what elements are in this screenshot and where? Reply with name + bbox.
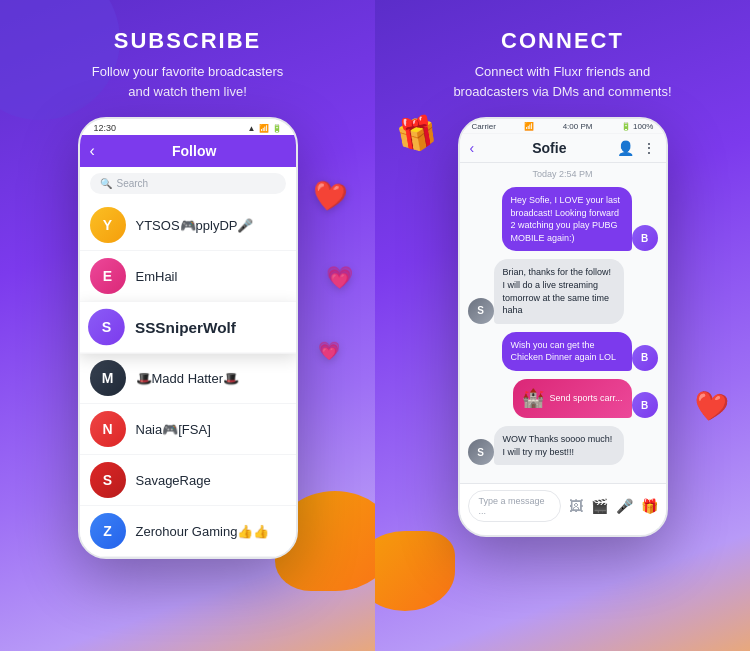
avatar: M bbox=[90, 360, 126, 396]
list-item[interactable]: E EmHail bbox=[80, 251, 296, 302]
chat-message-sent: B Wish you can get the Chicken Dinner ag… bbox=[468, 332, 658, 371]
avatar: N bbox=[90, 411, 126, 447]
connect-title: CONNECT bbox=[501, 28, 624, 54]
subscribe-subtitle: Follow your favorite broadcastersand wat… bbox=[62, 62, 313, 101]
list-item[interactable]: Y YTSOS🎮pplyDP🎤 bbox=[80, 200, 296, 251]
item-name: 🎩Madd Hatter🎩 bbox=[136, 371, 240, 386]
battery-status: 🔋 100% bbox=[621, 122, 654, 131]
search-placeholder: Search bbox=[117, 178, 149, 189]
avatar: S bbox=[90, 462, 126, 498]
item-name: Naia🎮[FSA] bbox=[136, 422, 211, 437]
sender-avatar: B bbox=[632, 392, 658, 418]
subscribe-title: SUBSCRIBE bbox=[114, 28, 262, 54]
video-icon[interactable]: 🎬 bbox=[591, 498, 608, 514]
input-action-icons: 🖼 🎬 🎤 🎁 bbox=[569, 498, 658, 514]
connect-panel: CONNECT Connect with Fluxr friends andbr… bbox=[375, 0, 750, 651]
item-name: EmHail bbox=[136, 269, 178, 284]
sender-avatar: B bbox=[632, 345, 658, 371]
rp-status-bar: Carrier 📶 4:00 PM 🔋 100% bbox=[460, 119, 666, 134]
header-action-icons: 👤 ⋮ bbox=[617, 140, 656, 156]
signal-icon: ▲ bbox=[248, 124, 256, 133]
carrier-label: Carrier bbox=[472, 122, 496, 131]
chat-date: Today 2:54 PM bbox=[468, 169, 658, 179]
chat-header: ‹ Sofie 👤 ⋮ bbox=[460, 134, 666, 163]
wifi-icon: 📶 bbox=[259, 124, 269, 133]
chat-bubble: Wish you can get the Chicken Dinner agai… bbox=[502, 332, 632, 371]
chat-area: Today 2:54 PM B Hey Sofie, I LOVE your l… bbox=[460, 163, 666, 483]
avatar: E bbox=[90, 258, 126, 294]
connect-subtitle: Connect with Fluxr friends andbroadcaste… bbox=[423, 62, 701, 101]
profile-icon[interactable]: 👤 bbox=[617, 140, 634, 156]
sender-avatar: B bbox=[632, 225, 658, 251]
chat-message-sticker: B 🏰 Send sports carr... bbox=[468, 379, 658, 418]
item-name: Zerohour Gaming👍👍 bbox=[136, 524, 270, 539]
rp-back-icon[interactable]: ‹ bbox=[470, 140, 475, 156]
item-name: SSSniperWolf bbox=[134, 318, 235, 335]
gift-send-icon[interactable]: 🎁 bbox=[641, 498, 658, 514]
list-item[interactable]: Z Zerohour Gaming👍👍 bbox=[80, 506, 296, 557]
chat-bubble: Hey Sofie, I LOVE your last broadcast! L… bbox=[502, 187, 632, 251]
heart-decoration: 💗 bbox=[326, 265, 353, 291]
mic-icon[interactable]: 🎤 bbox=[616, 498, 633, 514]
phone-time: 12:30 bbox=[94, 123, 117, 133]
chat-bubble: WOW Thanks soooo much! I will try my bes… bbox=[494, 426, 624, 465]
heart-decoration: ❤️ bbox=[309, 177, 349, 216]
message-input-bar: Type a message ... 🖼 🎬 🎤 🎁 bbox=[460, 483, 666, 528]
chat-message-received: S WOW Thanks soooo much! I will try my b… bbox=[468, 426, 658, 465]
list-item[interactable]: N Naia🎮[FSA] bbox=[80, 404, 296, 455]
chat-message-received: S Brian, thanks for the follow! I will d… bbox=[468, 259, 658, 323]
wifi-status: 📶 bbox=[524, 122, 534, 131]
follow-header: ‹ Follow bbox=[80, 135, 296, 167]
receiver-avatar: S bbox=[468, 298, 494, 324]
status-icons: ▲ 📶 🔋 bbox=[248, 124, 282, 133]
followers-list: Y YTSOS🎮pplyDP🎤 E EmHail S SSSniperWolf … bbox=[80, 200, 296, 557]
receiver-avatar: S bbox=[468, 439, 494, 465]
chat-bubble: Brian, thanks for the follow! I will do … bbox=[494, 259, 624, 323]
list-item[interactable]: S SavageRage bbox=[80, 455, 296, 506]
chat-bubble-sticker: 🏰 Send sports carr... bbox=[513, 379, 631, 418]
subscribe-panel: SUBSCRIBE Follow your favorite broadcast… bbox=[0, 0, 375, 651]
search-icon: 🔍 bbox=[100, 178, 112, 189]
chat-username: Sofie bbox=[482, 140, 616, 156]
item-name: SavageRage bbox=[136, 473, 211, 488]
back-icon[interactable]: ‹ bbox=[90, 142, 95, 160]
avatar: S bbox=[88, 309, 125, 346]
search-bar[interactable]: 🔍 Search bbox=[90, 173, 286, 194]
avatar: Z bbox=[90, 513, 126, 549]
chat-message-sent: B Hey Sofie, I LOVE your last broadcast!… bbox=[468, 187, 658, 251]
image-icon[interactable]: 🖼 bbox=[569, 498, 583, 514]
heart-decoration: 💗 bbox=[318, 340, 340, 362]
battery-icon: 🔋 bbox=[272, 124, 282, 133]
rp-time: 4:00 PM bbox=[563, 122, 593, 131]
list-item-highlighted[interactable]: S SSSniperWolf bbox=[80, 301, 296, 353]
item-name: YTSOS🎮pplyDP🎤 bbox=[136, 218, 254, 233]
header-title: Follow bbox=[103, 143, 286, 159]
list-item[interactable]: M 🎩Madd Hatter🎩 bbox=[80, 353, 296, 404]
avatar: Y bbox=[90, 207, 126, 243]
phone-status-bar: 12:30 ▲ 📶 🔋 bbox=[80, 119, 296, 135]
heart-decoration: ❤️ bbox=[690, 387, 730, 426]
gift-icon: 🎁 bbox=[394, 112, 440, 156]
message-input[interactable]: Type a message ... bbox=[468, 490, 561, 522]
connect-phone: Carrier 📶 4:00 PM 🔋 100% ‹ Sofie 👤 ⋮ Tod… bbox=[458, 117, 668, 537]
subscribe-phone: 12:30 ▲ 📶 🔋 ‹ Follow 🔍 Search Y YTSOS🎮pp… bbox=[78, 117, 298, 559]
more-options-icon[interactable]: ⋮ bbox=[642, 140, 656, 156]
